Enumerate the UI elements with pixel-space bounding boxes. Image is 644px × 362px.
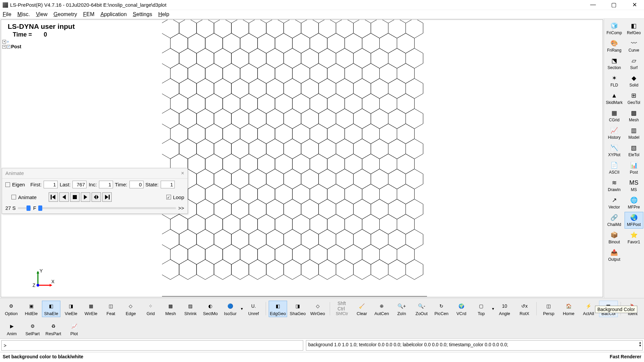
- menu-help[interactable]: Help: [158, 11, 169, 17]
- btool-respart[interactable]: ♻ResPart: [44, 321, 63, 337]
- dropdown-caret-icon[interactable]: ▾: [492, 306, 494, 311]
- btool-top[interactable]: ▢Top: [472, 301, 490, 317]
- inc-input[interactable]: [99, 181, 113, 188]
- rtool-xyplot[interactable]: 📉XYPlot: [605, 142, 624, 159]
- btool-rotx[interactable]: ↺xRotX: [515, 301, 534, 317]
- btool-grid[interactable]: ⁘Grid: [142, 301, 160, 317]
- btool-shaele[interactable]: ◧ShaEle: [42, 301, 60, 317]
- frame-slider[interactable]: [38, 207, 176, 209]
- rtool-drawin[interactable]: ≋DrawIn: [605, 177, 624, 194]
- btool-shageo[interactable]: ◨ShaGeo: [288, 301, 307, 317]
- rtool-ms[interactable]: MSMS: [625, 177, 644, 194]
- rtool-mesh[interactable]: ▩Mesh: [625, 107, 644, 124]
- eigen-checkbox[interactable]: [5, 182, 10, 187]
- rtool-chaimd[interactable]: 🔗ChaiMd: [605, 212, 624, 229]
- rtool-frirang[interactable]: 🎨FriRang: [605, 38, 624, 54]
- menu-view[interactable]: View: [36, 11, 47, 17]
- btool-angle[interactable]: 10Angle: [495, 301, 514, 317]
- rtool-skidmark[interactable]: ▲SkidMark: [605, 90, 624, 107]
- first-input[interactable]: [44, 181, 58, 188]
- btool-edggeo[interactable]: ◧EdgGeo: [269, 301, 287, 317]
- command-input[interactable]: [1, 340, 303, 351]
- rtool-eletol[interactable]: ▧EleTol: [625, 142, 644, 159]
- btool-option[interactable]: ⚙Option: [2, 301, 20, 317]
- maximize-button[interactable]: ▢: [607, 1, 621, 8]
- rtool-model[interactable]: ▥Model: [625, 125, 644, 141]
- log-down-icon[interactable]: ▼: [639, 344, 642, 347]
- rtool-fld[interactable]: ✶FLD: [605, 72, 624, 89]
- btool-anim[interactable]: ▶Anim: [2, 321, 21, 337]
- rtool-post[interactable]: 📊Post: [625, 160, 644, 176]
- btool-feat[interactable]: ◫Feat: [102, 301, 120, 317]
- btool-vcrd[interactable]: 🌍VCrd: [452, 301, 471, 317]
- stop-button[interactable]: [70, 192, 79, 202]
- btool-persp[interactable]: ◫Persp: [539, 301, 558, 317]
- btool-zoout[interactable]: 🔍-ZoOut: [412, 301, 431, 317]
- rtool-geotol[interactable]: ⊞GeoTol: [625, 90, 644, 107]
- minimize-button[interactable]: —: [586, 1, 600, 8]
- time-input[interactable]: [129, 181, 144, 188]
- rtool-cgrid[interactable]: ▦CGrid: [605, 107, 624, 124]
- tree-expand-icon[interactable]: +: [2, 45, 6, 49]
- btool-wirgeo[interactable]: ◇WirGeo: [308, 301, 327, 317]
- btool-mesh[interactable]: ▩Mesh: [161, 301, 180, 317]
- rtool-favor1[interactable]: ⭐Favor1: [625, 229, 644, 246]
- btool-clear[interactable]: 🧹Clear: [353, 301, 371, 317]
- viewport[interactable]: LS-DYNA user input Time = 0 ▪ » + ✓ Post…: [1, 19, 603, 297]
- right-toolbar: 🧊FriComp◧RefGeo🎨FriRang〰Curve⬔Section▱Su…: [604, 19, 644, 298]
- btool-isosur[interactable]: 🔵IsoSur: [221, 301, 239, 317]
- btool-home[interactable]: 🏠Home: [559, 301, 578, 317]
- btool-unref[interactable]: U.Unref: [244, 301, 263, 317]
- model-tree[interactable]: ▪ » + ✓ Post: [2, 39, 21, 49]
- btool-selpart[interactable]: ⚙SelPart: [23, 321, 42, 337]
- first-frame-button[interactable]: [49, 192, 58, 202]
- rtool-solid[interactable]: ◆Solid: [625, 72, 644, 89]
- tree-expand-icon[interactable]: ▪: [2, 40, 6, 44]
- rtool-mfpre[interactable]: 🌐MFPre: [625, 194, 644, 211]
- btool-hidele[interactable]: ▣HidEle: [22, 301, 40, 317]
- menu-application[interactable]: Application: [101, 11, 127, 17]
- rtool-refgeo[interactable]: ◧RefGeo: [625, 20, 644, 37]
- speed-slider[interactable]: [18, 207, 31, 209]
- btool-piccen[interactable]: ↻PicCen: [432, 301, 450, 317]
- btool-plot[interactable]: 📈Plot: [64, 321, 84, 337]
- btool-shrink[interactable]: ▨Shrink: [181, 301, 200, 317]
- menu-fem[interactable]: FEM: [83, 11, 95, 17]
- prev-frame-button[interactable]: [59, 192, 69, 202]
- menu-geometry[interactable]: Geometry: [54, 11, 77, 17]
- btool-wirele[interactable]: ▦WirEle: [82, 301, 100, 317]
- state-input[interactable]: [161, 181, 175, 188]
- rtool-history[interactable]: 📈History: [605, 125, 624, 141]
- shrink-icon: ▨: [186, 302, 195, 310]
- rtool-binout[interactable]: 📦Binout: [605, 229, 624, 246]
- menu-file[interactable]: File: [3, 11, 11, 17]
- last-input[interactable]: [72, 181, 87, 188]
- rtool-output[interactable]: 📤Output: [605, 247, 624, 263]
- rtool-mfpost[interactable]: 🌏MFPost: [625, 212, 644, 229]
- menu-settings[interactable]: Settings: [133, 11, 152, 17]
- animate-close-icon[interactable]: ×: [181, 170, 184, 176]
- dropdown-caret-icon[interactable]: ▾: [241, 306, 243, 311]
- btool-autcen[interactable]: ⊕AutCen: [372, 301, 391, 317]
- speed-more-button[interactable]: >>: [178, 205, 184, 211]
- step-button[interactable]: [92, 192, 101, 202]
- rtool-section[interactable]: ⬔Section: [605, 55, 624, 72]
- last-frame-button[interactable]: [102, 192, 112, 202]
- btool-vieele[interactable]: ◨VieEle: [62, 301, 80, 317]
- rtool-curve[interactable]: 〰Curve: [625, 38, 644, 54]
- tree-item-post[interactable]: Post: [11, 44, 21, 49]
- btool-edge[interactable]: ◇Edge: [121, 301, 140, 317]
- menu-misc[interactable]: Misc.: [17, 11, 30, 17]
- rtool-surf[interactable]: ▱Surf: [625, 55, 644, 72]
- rtool-fricomp[interactable]: 🧊FriComp: [605, 20, 624, 37]
- svg-marker-218: [170, 244, 188, 264]
- btool-sectmo[interactable]: ◐SectMo: [201, 301, 220, 317]
- rtool-ascii[interactable]: 📄ASCII: [605, 160, 624, 176]
- play-button[interactable]: [81, 192, 90, 202]
- loop-checkbox[interactable]: [166, 195, 171, 199]
- close-button[interactable]: ✕: [628, 1, 641, 8]
- btool-zoin[interactable]: 🔍+ZoIn: [392, 301, 411, 317]
- rtool-vector[interactable]: ↗Vector: [605, 194, 624, 211]
- tree-checkbox[interactable]: ✓: [7, 45, 10, 49]
- animate-checkbox[interactable]: [11, 195, 16, 199]
